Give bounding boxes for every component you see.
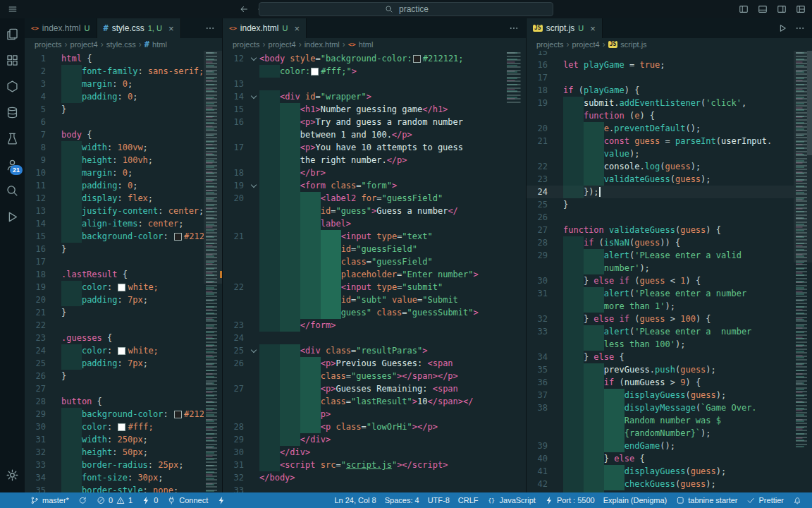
status-sql-connect[interactable]: Connect bbox=[162, 492, 212, 508]
more-icon[interactable] bbox=[204, 23, 216, 34]
activity-explorer[interactable] bbox=[0, 21, 25, 47]
status-thunder[interactable] bbox=[212, 492, 230, 508]
code-line[interactable]: 39 endGame(); bbox=[527, 440, 812, 452]
code-line[interactable]: class="guesses"></span></p> bbox=[223, 370, 526, 382]
code-editor[interactable]: 12<body style="background-color:#212121;… bbox=[223, 51, 526, 492]
status-prettier[interactable]: Prettier bbox=[742, 492, 788, 508]
code-line[interactable]: 19 color: white; bbox=[25, 281, 222, 294]
activity-extensions[interactable] bbox=[0, 47, 25, 73]
code-line[interactable]: 40 } else { bbox=[527, 452, 812, 465]
tab-style.css[interactable]: #style.css1, U× bbox=[97, 18, 181, 38]
code-line[interactable]: 23 </form> bbox=[223, 319, 526, 332]
tab-script.js[interactable]: JSscript.jsU× bbox=[527, 18, 603, 38]
close-icon[interactable]: × bbox=[295, 24, 300, 33]
code-line[interactable]: 28 <p class="lowOrHi"></p> bbox=[223, 421, 526, 433]
status-live-server-port[interactable]: Port : 5500 bbox=[540, 492, 599, 508]
code-line[interactable]: 18if (playGame) { bbox=[527, 84, 812, 97]
code-line[interactable]: 29 background-color: #212121; bbox=[25, 408, 222, 421]
code-line[interactable]: 30 } else if (guess < 1) { bbox=[527, 274, 812, 287]
code-line[interactable]: 5} bbox=[25, 103, 222, 116]
code-line[interactable]: the right number.</p> bbox=[223, 154, 526, 167]
breadcrumb-item[interactable]: project4 bbox=[70, 40, 98, 49]
code-line[interactable]: 24 bbox=[223, 332, 526, 344]
status-notifications[interactable] bbox=[788, 492, 806, 508]
code-line[interactable]: 23 validateGuess(guess); bbox=[527, 173, 812, 186]
code-line[interactable]: 19 submit.addEventListener('click', bbox=[527, 97, 812, 109]
code-line[interactable]: 20 <label2 for="guessField" bbox=[223, 192, 526, 205]
status-problems[interactable]: 01 bbox=[92, 492, 137, 508]
code-line[interactable]: 32 } else if (guess > 100) { bbox=[527, 313, 812, 325]
code-line[interactable]: 28button { bbox=[25, 395, 222, 408]
code-line[interactable]: 13 bbox=[223, 78, 526, 90]
minimap[interactable] bbox=[204, 51, 222, 492]
code-line[interactable]: 27function validateGuess(guess) { bbox=[527, 224, 812, 236]
fold-chevron-icon[interactable] bbox=[248, 52, 259, 65]
code-line[interactable]: 25 <div class="resultParas"> bbox=[223, 344, 526, 357]
code-line[interactable]: 21 const guess = parseInt(userInput. bbox=[527, 135, 812, 147]
code-line[interactable]: {randomNumber}`); bbox=[527, 427, 812, 440]
code-line[interactable]: function (e) { bbox=[527, 109, 812, 122]
code-line[interactable]: 33 border-radius: 25px; bbox=[25, 459, 222, 471]
code-line[interactable]: 34 font-size: 30px; bbox=[25, 471, 222, 484]
minimap[interactable] bbox=[505, 51, 526, 492]
code-line[interactable]: p> bbox=[223, 408, 526, 421]
layout-panel-icon[interactable] bbox=[757, 4, 768, 15]
code-line[interactable]: less than 100'); bbox=[527, 338, 812, 351]
code-line[interactable]: 21} bbox=[25, 306, 222, 319]
code-line[interactable]: number'); bbox=[527, 262, 812, 274]
code-line[interactable]: 27 <p>Guesses Remaining: <span bbox=[223, 382, 526, 395]
status-tabnine[interactable]: tabnine starter bbox=[671, 492, 742, 508]
activity-run-debug[interactable] bbox=[0, 204, 25, 230]
code-line[interactable]: class="lastResult">10</span></ bbox=[223, 395, 526, 408]
more-icon[interactable] bbox=[508, 23, 519, 34]
code-line[interactable]: 34 } else { bbox=[527, 351, 812, 363]
code-line[interactable]: 32 height: 50px; bbox=[25, 446, 222, 459]
code-editor[interactable]: 1html {2 font-family: sans-serif;3 margi… bbox=[25, 51, 222, 492]
code-line[interactable]: 3 margin: 0; bbox=[25, 78, 222, 90]
code-line[interactable]: 25 padding: 7px; bbox=[25, 357, 222, 370]
code-line[interactable]: 13 justify-content: center; bbox=[25, 205, 222, 217]
code-line[interactable]: 29 alert('PLease enter a valid bbox=[527, 249, 812, 262]
code-line[interactable]: id="subt" value="Submit bbox=[223, 294, 526, 306]
status-flash-count[interactable]: 0 bbox=[137, 492, 162, 508]
code-line[interactable]: label> bbox=[223, 217, 526, 230]
code-line[interactable]: 8 width: 100vw; bbox=[25, 141, 222, 154]
code-line[interactable]: 21 <input type="text" bbox=[223, 230, 526, 243]
code-editor[interactable]: 1516let playGame = true;1718if (playGame… bbox=[527, 51, 812, 492]
code-line[interactable]: 41 displayGuess(guess); bbox=[527, 465, 812, 478]
code-line[interactable]: 32</body> bbox=[223, 471, 526, 484]
code-line[interactable]: 15 bbox=[527, 51, 812, 59]
code-line[interactable]: 18.lastResult { bbox=[25, 268, 222, 281]
fold-chevron-icon[interactable] bbox=[248, 90, 259, 103]
layout-customize-icon[interactable] bbox=[795, 4, 806, 15]
breadcrumb-item[interactable]: JSscript.js bbox=[608, 40, 647, 49]
code-line[interactable]: 18 </br> bbox=[223, 167, 526, 179]
fold-chevron-icon[interactable] bbox=[248, 179, 259, 192]
code-line[interactable]: 19 <form class="form"> bbox=[223, 179, 526, 192]
code-line[interactable]: 31 width: 250px; bbox=[25, 433, 222, 446]
code-line[interactable]: 33 alert('PLease enter a number bbox=[527, 325, 812, 338]
status-eol[interactable]: CRLF bbox=[454, 492, 483, 508]
status-cursor-position[interactable]: Ln 24, Col 8 bbox=[330, 492, 380, 508]
close-icon[interactable]: × bbox=[590, 24, 596, 33]
code-line[interactable]: 16 <p>Try and guess a random number bbox=[223, 116, 526, 128]
layout-sidebar-icon[interactable] bbox=[738, 4, 749, 15]
code-line[interactable]: color:#fff;"> bbox=[223, 65, 526, 78]
status-git-branch[interactable]: master* bbox=[25, 492, 73, 508]
activity-testing[interactable] bbox=[0, 126, 25, 152]
code-line[interactable]: 31 <script src="script.js"></script> bbox=[223, 459, 526, 471]
activity-database[interactable] bbox=[0, 99, 25, 126]
more-icon[interactable] bbox=[794, 23, 806, 34]
activity-live-share[interactable] bbox=[0, 73, 25, 99]
code-line[interactable]: 35 border-style: none; bbox=[25, 484, 222, 492]
code-line[interactable]: id="guessField" bbox=[223, 243, 526, 255]
activity-search[interactable] bbox=[0, 178, 25, 204]
code-line[interactable]: value); bbox=[527, 147, 812, 160]
breadcrumb-item[interactable]: project4 bbox=[269, 40, 296, 49]
breadcrumb-item[interactable]: style.css bbox=[106, 40, 136, 49]
code-line[interactable]: more than 1'); bbox=[527, 300, 812, 313]
layout-secondary-sidebar-icon[interactable] bbox=[776, 4, 787, 15]
breadcrumb-item[interactable]: index.html bbox=[304, 40, 340, 49]
code-line[interactable]: 24 }); bbox=[527, 186, 812, 198]
code-line[interactable]: 37 displayGuess(guess); bbox=[527, 389, 812, 401]
